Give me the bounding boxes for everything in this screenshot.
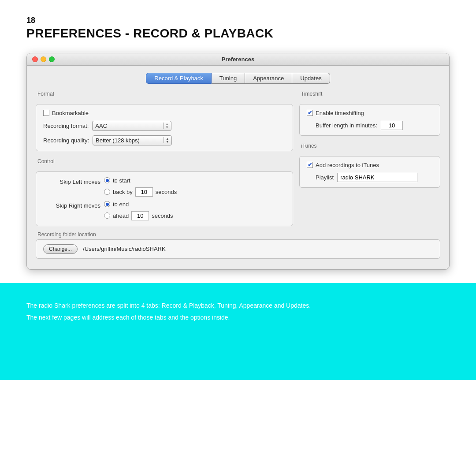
close-button[interactable] (32, 56, 38, 62)
bookmarkable-label: Bookmarkable (52, 110, 89, 116)
folder-section-label: Recording folder location (37, 231, 440, 238)
folder-path: /Users/griffin/Music/radioSHARK (83, 246, 166, 252)
skip-left-back-label: back by (113, 189, 133, 195)
timeshift-panel: ✔ Enable timeshifting Buffer length in m… (299, 104, 440, 136)
add-recordings-row: ✔ Add recordings to iTunes (307, 162, 433, 168)
add-recordings-checkbox[interactable]: ✔ (307, 162, 313, 168)
window-title: Preferences (222, 56, 254, 63)
format-panel: Bookmarkable Recording format: AAC ▲▼ (36, 104, 293, 151)
playlist-input[interactable] (337, 173, 417, 182)
skip-left-seconds-input[interactable] (135, 187, 153, 197)
enable-timeshifting-checkbox[interactable]: ✔ (307, 110, 313, 116)
buffer-input[interactable] (381, 121, 403, 130)
recording-quality-value: Better (128 kbps) (96, 137, 140, 144)
recording-format-value: AAC (95, 123, 107, 129)
select-arrows-format: ▲▼ (163, 123, 168, 129)
skip-right-ahead-radio[interactable] (104, 212, 110, 219)
recording-format-row: Recording format: AAC ▲▼ (43, 121, 286, 131)
skip-left-label: Skip Left moves (43, 177, 100, 185)
add-recordings-label: Add recordings to iTunes (316, 162, 379, 168)
skip-left-back-radio[interactable] (104, 189, 110, 195)
tab-bar: Record & Playback Tuning Appearance Upda… (36, 73, 440, 84)
mac-titlebar: Preferences (27, 53, 449, 66)
skip-right-block: Skip Right moves to end ahead (43, 201, 286, 220)
right-column: Timeshift ✔ Enable timeshifting Buffer l… (299, 91, 440, 226)
playlist-label: Playlist (316, 174, 334, 181)
minimize-button[interactable] (41, 56, 46, 62)
select-arrows-quality: ▲▼ (164, 137, 169, 143)
recording-format-select[interactable]: AAC ▲▼ (92, 121, 171, 131)
tab-updates[interactable]: Updates (292, 73, 330, 84)
skip-right-to-end-label: to end (113, 201, 129, 208)
itunes-panel: ✔ Add recordings to iTunes Playlist (299, 156, 440, 188)
skip-right-label: Skip Right moves (43, 201, 100, 209)
skip-left-back-row: back by seconds (104, 187, 177, 197)
zoom-button[interactable] (49, 56, 55, 62)
skip-right-seconds-label: seconds (152, 212, 173, 219)
playlist-row: Playlist (307, 173, 433, 182)
folder-row: Change... /Users/griffin/Music/radioSHAR… (43, 244, 433, 254)
change-folder-button[interactable]: Change... (43, 244, 78, 254)
skip-left-block: Skip Left moves to start back by (43, 177, 286, 197)
folder-panel: Change... /Users/griffin/Music/radioSHAR… (36, 239, 440, 259)
bottom-text: The radio Shark preferences are split in… (26, 301, 423, 324)
skip-left-to-start-label: to start (113, 177, 130, 184)
bookmarkable-checkbox[interactable] (43, 110, 49, 116)
skip-right-to-end-row: to end (104, 201, 173, 208)
top-section: 18 PREFERENCES - RECORD & PLAYBACK Prefe… (0, 0, 476, 283)
bottom-line2: The next few pages will address each of … (26, 313, 423, 323)
buffer-row: Buffer length in minutes: (307, 121, 433, 130)
tab-tuning[interactable]: Tuning (212, 73, 245, 84)
skip-right-ahead-label: ahead (113, 212, 129, 219)
control-section-label: Control (37, 158, 293, 164)
bottom-section: The radio Shark preferences are split in… (0, 283, 476, 380)
enable-timeshifting-label: Enable timeshifting (316, 110, 364, 116)
left-column: Format Bookmarkable Recording format: AA… (36, 91, 293, 226)
control-panel: Skip Left moves to start back by (36, 171, 293, 226)
enable-timeshifting-row: ✔ Enable timeshifting (307, 110, 433, 116)
skip-right-to-end-radio[interactable] (104, 201, 110, 207)
bookmarkable-row: Bookmarkable (43, 110, 286, 116)
skip-left-options: to start back by seconds (104, 177, 177, 197)
recording-quality-label: Recording quality: (43, 137, 89, 144)
mac-content: Record & Playback Tuning Appearance Upda… (27, 66, 449, 269)
timeshift-section-label: Timeshift (301, 91, 440, 97)
itunes-section-label: iTunes (301, 143, 440, 149)
skip-right-options: to end ahead seconds (104, 201, 173, 220)
recording-quality-select[interactable]: Better (128 kbps) ▲▼ (93, 135, 172, 145)
skip-left-to-start-radio[interactable] (104, 177, 110, 183)
bottom-line1: The radio Shark preferences are split in… (26, 301, 423, 311)
recording-format-label: Recording format: (43, 123, 89, 129)
tab-appearance[interactable]: Appearance (245, 73, 292, 84)
panels-row: Format Bookmarkable Recording format: AA… (36, 91, 440, 226)
skip-right-seconds-input[interactable] (131, 211, 149, 220)
page-title: PREFERENCES - RECORD & PLAYBACK (26, 26, 450, 41)
traffic-lights (32, 56, 55, 62)
skip-right-ahead-row: ahead seconds (104, 211, 173, 220)
page-number: 18 (26, 16, 450, 26)
recording-quality-row: Recording quality: Better (128 kbps) ▲▼ (43, 135, 286, 145)
mac-window: Preferences Record & Playback Tuning App… (26, 53, 450, 270)
skip-left-to-start-row: to start (104, 177, 177, 184)
skip-left-seconds-label: seconds (156, 189, 177, 195)
buffer-label: Buffer length in minutes: (316, 122, 377, 129)
format-section-label: Format (37, 91, 293, 97)
tab-record-playback[interactable]: Record & Playback (146, 73, 212, 84)
